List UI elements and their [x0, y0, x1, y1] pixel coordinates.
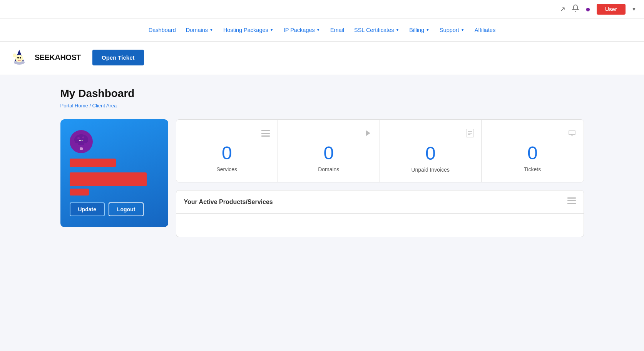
active-products-title: Your Active Products/Services: [184, 199, 273, 206]
logo-text: SEEKAHOST: [35, 53, 81, 62]
user-menu-arrow[interactable]: ▼: [632, 7, 636, 12]
svg-point-12: [80, 140, 80, 141]
open-ticket-button[interactable]: Open Ticket: [92, 50, 144, 65]
nav-hosting[interactable]: Hosting Packages ▼: [219, 24, 278, 36]
services-icon: [261, 129, 270, 139]
nav-dashboard[interactable]: Dashboard: [145, 24, 180, 36]
svg-point-3: [17, 57, 19, 58]
svg-rect-26: [567, 200, 576, 201]
invoices-label: Unpaid Invoices: [411, 167, 450, 173]
main-content: My Dashboard Portal Home / Client Area: [49, 75, 595, 249]
svg-rect-18: [261, 133, 270, 134]
svg-point-4: [20, 57, 21, 58]
services-label: Services: [216, 166, 237, 172]
profile-buttons: Update Logout: [70, 202, 144, 216]
profile-card: Update Logout: [60, 119, 168, 227]
logout-button[interactable]: Logout: [109, 202, 144, 216]
nav-links: Dashboard Domains ▼ Hosting Packages ▼ I…: [145, 24, 499, 36]
svg-marker-20: [366, 130, 370, 136]
stat-tickets[interactable]: 0 Tickets: [482, 120, 584, 182]
nav-email[interactable]: Email: [326, 24, 348, 36]
ssl-arrow: ▼: [395, 28, 399, 32]
breadcrumb-separator: /: [89, 103, 92, 109]
invoices-count: 0: [425, 144, 436, 163]
nav-domains[interactable]: Domains ▼: [182, 24, 217, 36]
tickets-count: 0: [527, 144, 538, 162]
nav-affiliates[interactable]: Affiliates: [471, 24, 500, 36]
share-icon[interactable]: ↗: [560, 5, 565, 13]
svg-point-8: [77, 137, 80, 139]
profile-info-redacted2: [70, 189, 89, 196]
page-title: My Dashboard: [60, 87, 584, 100]
svg-rect-19: [261, 135, 270, 137]
dashboard-layout: Update Logout 0 Services: [60, 119, 584, 237]
tickets-label: Tickets: [524, 166, 541, 172]
support-arrow: ▼: [461, 28, 465, 32]
svg-rect-27: [567, 203, 576, 204]
active-products-header: Your Active Products/Services: [176, 191, 584, 214]
domains-arrow: ▼: [209, 28, 213, 32]
seekahost-logo-icon: [12, 48, 35, 67]
services-count: 0: [222, 144, 232, 162]
logo: SEEKAHOST: [12, 48, 81, 67]
billing-arrow: ▼: [426, 28, 430, 32]
avatar: [70, 130, 93, 153]
svg-point-5: [13, 53, 17, 57]
domains-label: Domains: [318, 166, 339, 172]
user-menu-button[interactable]: User: [597, 4, 626, 15]
update-button[interactable]: Update: [70, 202, 105, 216]
invoices-icon: [467, 129, 473, 140]
topbar: ↗ ● User ▼: [0, 0, 644, 18]
stat-domains[interactable]: 0 Domains: [278, 120, 380, 182]
user-avatar-icon[interactable]: ●: [585, 4, 590, 14]
domains-icon: [364, 129, 372, 139]
header-area: SEEKAHOST Open Ticket: [0, 42, 644, 75]
profile-name-redacted: [70, 159, 116, 167]
nav-ip[interactable]: IP Packages ▼: [280, 24, 324, 36]
profile-info-redacted: [70, 172, 147, 186]
right-side: 0 Services 0 Domains 0 Unpaid Invoices: [176, 119, 584, 237]
breadcrumb: Portal Home / Client Area: [60, 103, 584, 109]
svg-rect-17: [261, 130, 270, 131]
stats-row: 0 Services 0 Domains 0 Unpaid Invoices: [176, 119, 584, 182]
active-products-section: Your Active Products/Services: [176, 190, 584, 237]
stat-unpaid-invoices[interactable]: 0 Unpaid Invoices: [380, 120, 482, 182]
svg-rect-14: [80, 147, 83, 150]
domains-count: 0: [323, 144, 334, 162]
navbar: Dashboard Domains ▼ Hosting Packages ▼ I…: [0, 18, 644, 42]
svg-point-13: [82, 140, 83, 141]
svg-point-2: [15, 55, 23, 62]
svg-point-9: [82, 137, 84, 139]
svg-rect-25: [567, 197, 576, 199]
ip-arrow: ▼: [316, 28, 320, 32]
bell-icon[interactable]: [572, 4, 579, 14]
hosting-arrow: ▼: [270, 28, 274, 32]
breadcrumb-current: Client Area: [92, 103, 117, 109]
tickets-icon: [568, 129, 576, 139]
nav-billing[interactable]: Billing ▼: [405, 24, 433, 36]
nav-support[interactable]: Support ▼: [436, 24, 468, 36]
stat-services[interactable]: 0 Services: [176, 120, 278, 182]
active-products-icon: [567, 197, 576, 206]
breadcrumb-home[interactable]: Portal Home: [60, 103, 88, 109]
nav-ssl[interactable]: SSL Certificates ▼: [350, 24, 403, 36]
active-products-body: [176, 214, 584, 237]
